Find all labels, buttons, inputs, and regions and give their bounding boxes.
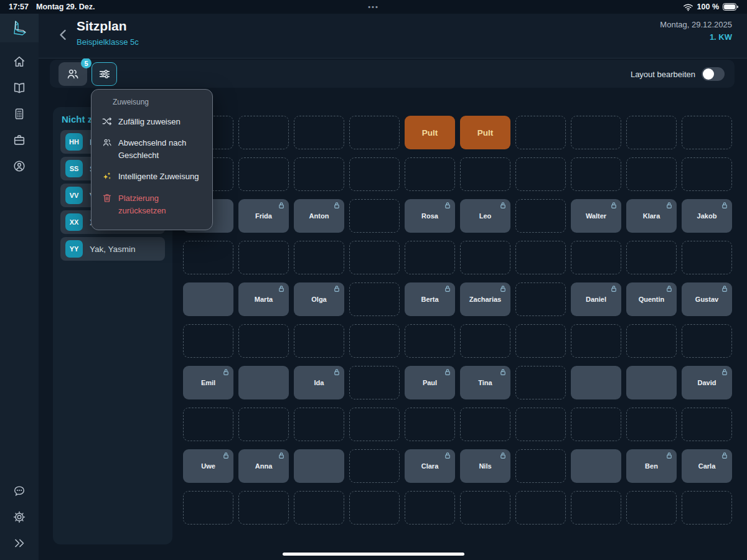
- seat-walter[interactable]: Walter: [571, 199, 621, 233]
- menu-item-zufällig-zuweisen[interactable]: Zufällig zuweisen: [92, 111, 212, 133]
- empty-seat-slot[interactable]: [349, 408, 400, 441]
- seat-carla[interactable]: Carla: [682, 449, 732, 483]
- book-icon[interactable]: [12, 81, 26, 95]
- empty-seat-slot[interactable]: [515, 366, 566, 399]
- seat-nils[interactable]: Nils: [460, 449, 510, 483]
- empty-seat-slot[interactable]: [349, 116, 400, 149]
- seat-olga[interactable]: Olga: [294, 282, 344, 316]
- empty-seat-slot[interactable]: [460, 241, 510, 274]
- student-chip[interactable]: YYYak, Yasmin: [60, 237, 165, 261]
- seat-tina[interactable]: Tina: [460, 366, 510, 399]
- empty-seat-slot[interactable]: [405, 408, 455, 441]
- gear-icon[interactable]: [12, 510, 26, 524]
- seat-jakob[interactable]: Jakob: [682, 199, 732, 233]
- menu-item-platzierung-zurücksetzen[interactable]: Platzierung zurücksetzen: [92, 188, 212, 222]
- empty-seat-slot[interactable]: [682, 324, 732, 358]
- empty-seat-slot[interactable]: [515, 282, 566, 316]
- empty-seat-slot[interactable]: [238, 241, 289, 274]
- seat-emil[interactable]: Emil: [183, 366, 233, 399]
- empty-seat-slot[interactable]: [183, 491, 233, 525]
- empty-seat-slot[interactable]: [238, 408, 289, 441]
- empty-seat-slot[interactable]: [294, 157, 344, 191]
- seat-zacharias[interactable]: Zacharias: [460, 282, 510, 316]
- empty-seat-slot[interactable]: [626, 116, 677, 149]
- seat-frida[interactable]: Frida: [238, 199, 289, 233]
- empty-seat-slot[interactable]: [515, 449, 566, 483]
- empty-seat-slot[interactable]: [460, 324, 510, 358]
- menu-item-abwechselnd-nach-geschlecht[interactable]: Abwechselnd nach Geschlecht: [92, 133, 212, 166]
- seat-quentin[interactable]: Quentin: [626, 282, 677, 316]
- empty-seat-slot[interactable]: [238, 491, 289, 525]
- empty-seat-slot[interactable]: [294, 116, 344, 149]
- seat-unnamed[interactable]: [238, 366, 289, 399]
- empty-seat-slot[interactable]: [294, 241, 344, 274]
- seat-unnamed[interactable]: [183, 282, 233, 316]
- empty-seat-slot[interactable]: [460, 491, 510, 525]
- empty-seat-slot[interactable]: [294, 408, 344, 441]
- seat-marta[interactable]: Marta: [238, 282, 289, 316]
- chat-icon[interactable]: [12, 484, 26, 498]
- empty-seat-slot[interactable]: [571, 116, 621, 149]
- empty-seat-slot[interactable]: [460, 408, 510, 441]
- empty-seat-slot[interactable]: [349, 282, 400, 316]
- seat-unnamed[interactable]: [294, 449, 344, 483]
- empty-seat-slot[interactable]: [571, 324, 621, 358]
- empty-seat-slot[interactable]: [682, 491, 732, 525]
- empty-seat-slot[interactable]: [238, 116, 289, 149]
- empty-seat-slot[interactable]: [294, 491, 344, 525]
- empty-seat-slot[interactable]: [626, 491, 677, 525]
- seat-clara[interactable]: Clara: [405, 449, 455, 483]
- empty-seat-slot[interactable]: [405, 157, 455, 191]
- empty-seat-slot[interactable]: [626, 324, 677, 358]
- briefcase-icon[interactable]: [12, 133, 26, 147]
- home-indicator[interactable]: [283, 553, 464, 556]
- empty-seat-slot[interactable]: [405, 491, 455, 525]
- profile-icon[interactable]: [12, 159, 26, 173]
- seat-klara[interactable]: Klara: [626, 199, 677, 233]
- menu-item-intelligente-zuweisung[interactable]: Intelligente Zuweisung: [92, 166, 212, 187]
- seat-unnamed[interactable]: [626, 366, 677, 399]
- unassigned-students-button[interactable]: 5: [59, 62, 87, 86]
- empty-seat-slot[interactable]: [515, 408, 566, 441]
- seat-anton[interactable]: Anton: [294, 199, 344, 233]
- empty-seat-slot[interactable]: [571, 157, 621, 191]
- gradebook-icon[interactable]: [12, 107, 26, 121]
- seat-berta[interactable]: Berta: [405, 282, 455, 316]
- empty-seat-slot[interactable]: [294, 324, 344, 358]
- empty-seat-slot[interactable]: [349, 241, 400, 274]
- empty-seat-slot[interactable]: [349, 157, 400, 191]
- app-logo[interactable]: [0, 14, 39, 42]
- seat-gustav[interactable]: Gustav: [682, 282, 732, 316]
- empty-seat-slot[interactable]: [682, 116, 732, 149]
- empty-seat-slot[interactable]: [515, 241, 566, 274]
- empty-seat-slot[interactable]: [238, 157, 289, 191]
- empty-seat-slot[interactable]: [349, 491, 400, 525]
- back-button[interactable]: [56, 27, 71, 42]
- empty-seat-slot[interactable]: [682, 241, 732, 274]
- assignment-options-button[interactable]: [92, 62, 117, 86]
- empty-seat-slot[interactable]: [405, 241, 455, 274]
- empty-seat-slot[interactable]: [183, 324, 233, 358]
- empty-seat-slot[interactable]: [515, 199, 566, 233]
- empty-seat-slot[interactable]: [515, 116, 566, 149]
- empty-seat-slot[interactable]: [515, 157, 566, 191]
- seat-anna[interactable]: Anna: [238, 449, 289, 483]
- empty-seat-slot[interactable]: [349, 324, 400, 358]
- empty-seat-slot[interactable]: [626, 408, 677, 441]
- empty-seat-slot[interactable]: [238, 324, 289, 358]
- empty-seat-slot[interactable]: [183, 408, 233, 441]
- empty-seat-slot[interactable]: [349, 366, 400, 399]
- teacher-desk[interactable]: Pult: [405, 116, 455, 149]
- seat-uwe[interactable]: Uwe: [183, 449, 233, 483]
- seat-unnamed[interactable]: [571, 449, 621, 483]
- empty-seat-slot[interactable]: [571, 491, 621, 525]
- seat-ben[interactable]: Ben: [626, 449, 677, 483]
- seat-leo[interactable]: Leo: [460, 199, 510, 233]
- empty-seat-slot[interactable]: [626, 157, 677, 191]
- seat-ida[interactable]: Ida: [294, 366, 344, 399]
- teacher-desk[interactable]: Pult: [460, 116, 510, 149]
- empty-seat-slot[interactable]: [515, 324, 566, 358]
- empty-seat-slot[interactable]: [460, 157, 510, 191]
- empty-seat-slot[interactable]: [349, 449, 400, 483]
- seat-paul[interactable]: Paul: [405, 366, 455, 399]
